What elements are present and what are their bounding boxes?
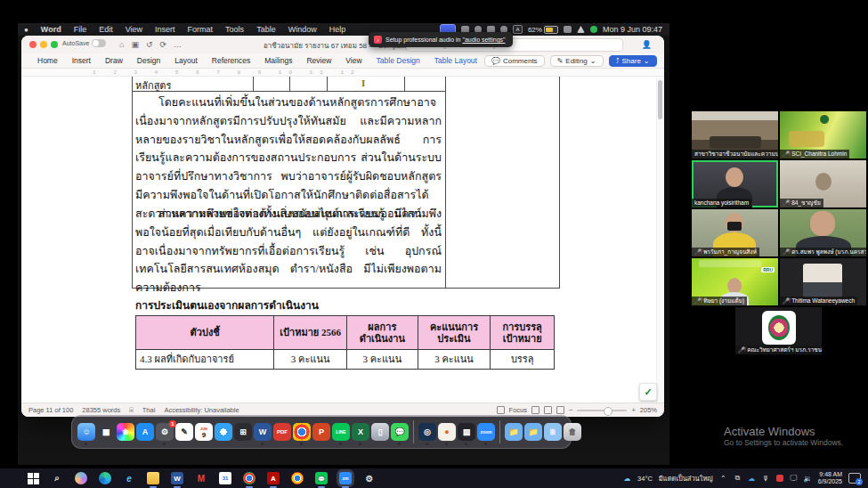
word-dock-icon[interactable]: W	[254, 423, 272, 441]
participant-video-sci-chanitra[interactable]: 🎤̸SCI_Chanitra Lohmin	[780, 111, 866, 159]
tray-expand-icon[interactable]: ⌃	[719, 475, 727, 483]
trash-icon[interactable]: 🗑	[564, 423, 581, 441]
autosave-toggle[interactable]: AutoSave	[62, 39, 106, 47]
photos-icon[interactable]: ❀	[117, 423, 134, 441]
camera-app-icon[interactable]: ▤	[458, 423, 475, 441]
redo-icon[interactable]: ⟳	[160, 40, 167, 49]
menubar-item-table[interactable]: Table	[250, 25, 282, 34]
user-status-icon[interactable]	[590, 26, 597, 33]
settings-icon[interactable]: ⚙1	[156, 423, 174, 441]
tab-references[interactable]: References	[205, 56, 257, 65]
messages-icon[interactable]: 💬	[391, 423, 409, 441]
participant-video-faculty-logo[interactable]: 🎤̸คณะวิทยาศาสตร์ฯ มรภ.ราชนค...	[735, 307, 822, 354]
word-count[interactable]: 28355 words	[82, 406, 120, 414]
recording-icon[interactable]	[776, 475, 783, 482]
tab-insert[interactable]: Insert	[65, 56, 98, 65]
tab-mailings[interactable]: Mailings	[257, 56, 299, 65]
webex-icon[interactable]: ◎	[418, 423, 436, 441]
mic-tray-icon[interactable]: 🎙	[762, 475, 770, 483]
taskbar-zoom-icon[interactable]: zm	[339, 472, 352, 484]
acrobat-icon[interactable]: A	[267, 472, 280, 484]
apple-menu-icon[interactable]: ●	[18, 26, 35, 34]
menubar-item-format[interactable]: Format	[182, 25, 220, 34]
menubar-item-word[interactable]: Word	[35, 25, 68, 34]
gmail-icon[interactable]: M	[195, 472, 207, 484]
share-contact-icon[interactable]: 👤	[642, 40, 652, 49]
audio-settings-notification[interactable]: ♪ Setup professional audio in "audio set…	[369, 32, 513, 47]
line-dock-icon[interactable]: LINE	[332, 423, 350, 441]
calendar-icon[interactable]: JUN9	[195, 423, 213, 441]
wifi-icon[interactable]	[577, 26, 585, 33]
read-mode-icon[interactable]	[531, 406, 539, 414]
zoom-slider-knob[interactable]	[604, 407, 612, 416]
minimize-button[interactable]	[40, 41, 47, 48]
print-layout-icon[interactable]	[544, 406, 552, 414]
participant-video-84[interactable]: 🎤̸84_ชาญชัย	[780, 160, 866, 207]
zoom-slider[interactable]	[577, 410, 627, 411]
chrome-icon-2[interactable]	[291, 472, 304, 484]
tab-table-layout[interactable]: Table Layout	[427, 56, 484, 65]
powerpoint-icon[interactable]: P	[312, 423, 330, 441]
save-icon[interactable]: ▣	[131, 40, 139, 49]
tab-design[interactable]: Design	[130, 56, 167, 65]
input-language-icon[interactable]: A	[513, 25, 523, 34]
tab-layout[interactable]: Layout	[167, 56, 205, 65]
editing-dropdown[interactable]: ✎Editing⌄	[550, 55, 604, 67]
close-button[interactable]	[29, 41, 37, 48]
volume-icon[interactable]: 🔉	[804, 475, 812, 483]
participant-video-dr-somporn[interactable]: 🎤̸ดร.สมพร พูลพงษ์ (มรภ.นครสว...	[780, 209, 866, 256]
launchpad-icon[interactable]: ▦	[97, 423, 115, 441]
share-button[interactable]: ⤴Share⌄	[609, 55, 657, 67]
documents-stack-icon[interactable]: 🗎	[544, 423, 562, 441]
menubar-item-window[interactable]: Window	[282, 25, 323, 34]
menubar-item-help[interactable]: Help	[323, 25, 353, 34]
zoom-in-icon[interactable]: +	[631, 406, 635, 414]
downloads-folder-icon[interactable]: 📁	[505, 423, 523, 441]
menubar-clock[interactable]: Mon 9 Jun 09:47	[603, 25, 662, 34]
participant-video-kanchana[interactable]: kanchana yoisiritham	[692, 160, 778, 207]
zoom-dock-icon[interactable]: zoom	[477, 423, 495, 441]
tab-review[interactable]: Review	[299, 56, 338, 65]
edge-icon[interactable]	[99, 472, 111, 484]
tab-home[interactable]: Home	[30, 56, 65, 65]
participant-video-pornrampa[interactable]: 🎤̸พรรัมภา_กาญจนสิงห์	[692, 209, 778, 256]
vertical-scrollbar[interactable]	[656, 77, 663, 403]
accept-check-button[interactable]: ✓	[639, 383, 657, 401]
taskbar-line-icon[interactable]: 💬	[315, 472, 328, 484]
taskbar-settings-icon[interactable]: ⚙	[363, 472, 376, 484]
autosave-switch-icon[interactable]	[92, 39, 106, 47]
menubar-item-tools[interactable]: Tools	[219, 25, 250, 34]
chrome-dock-icon[interactable]	[293, 423, 311, 441]
start-button[interactable]	[27, 472, 39, 484]
iphone-mirroring-icon[interactable]: ▯	[371, 423, 389, 441]
document-page[interactable]: หลักสูตร I โดยคะแนนที่เพิ่มขึ้นในส่วนของ…	[21, 77, 657, 403]
focus-label[interactable]: Focus	[509, 406, 527, 414]
more-icon[interactable]: …	[174, 40, 182, 49]
app-store-icon[interactable]: A	[136, 423, 154, 441]
home-icon[interactable]: ⌂	[119, 40, 124, 49]
participant-video-thisaya[interactable]: RRU 🎤̸ทิษยา (งามแต้ม)	[692, 258, 778, 305]
chrome-icon[interactable]	[243, 472, 256, 484]
menubar-item-insert[interactable]: Insert	[149, 25, 182, 34]
page-indicator[interactable]: Page 11 of 100	[28, 406, 73, 414]
tab-table-design[interactable]: Table Design	[369, 56, 427, 65]
copilot-icon[interactable]	[75, 472, 87, 484]
calculator-icon[interactable]: ⊞	[234, 423, 252, 441]
weather-desc[interactable]: มีแดดเป็นส่วนใหญ่	[659, 473, 713, 484]
finder-icon[interactable]: ☺	[77, 423, 95, 441]
weather-icon[interactable]: ☁	[623, 475, 631, 483]
taskbar-word-icon[interactable]: W	[171, 472, 183, 484]
taskbar-clock[interactable]: 9:48 AM 6/9/2025	[818, 471, 842, 485]
tab-draw[interactable]: Draw	[98, 56, 130, 65]
participant-video-meeting-room[interactable]: สาขาวิชาอาชีวอนามัยและความปลอ...	[692, 111, 778, 159]
internet-explorer-icon[interactable]: e	[123, 472, 135, 484]
menubar-item-view[interactable]: View	[119, 25, 149, 34]
control-center-icon[interactable]	[564, 26, 572, 33]
menubar-item-edit[interactable]: Edit	[93, 25, 119, 34]
weather-temp[interactable]: 34°C	[637, 475, 653, 483]
comments-button[interactable]: 💬Comments	[484, 55, 545, 67]
taskbar-search-icon[interactable]: ⌕	[51, 472, 63, 484]
menubar-item-file[interactable]: File	[68, 25, 93, 34]
zoom-percentage[interactable]: 205%	[640, 406, 657, 414]
assessment-table[interactable]: ตัวบ่งชี้ เป้าหมาย 2566 ผลการ ดำเนินงาน …	[135, 315, 555, 370]
